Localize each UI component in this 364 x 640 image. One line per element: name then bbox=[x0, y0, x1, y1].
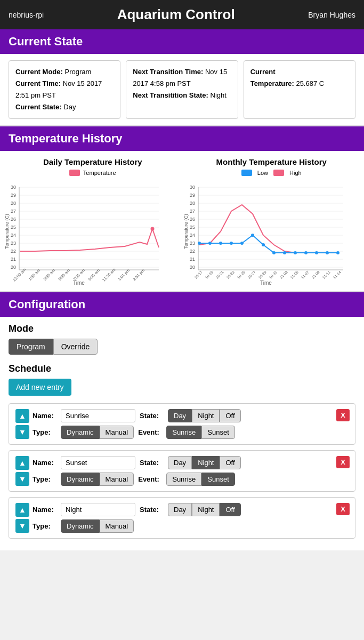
entry-1-state-night-btn[interactable]: Night bbox=[192, 456, 220, 469]
svg-text:10-29: 10-29 bbox=[257, 270, 267, 280]
svg-point-68 bbox=[272, 251, 276, 254]
entry-2-type-label: Type: bbox=[33, 522, 56, 530]
entry-0-up-btn[interactable]: ▲ bbox=[15, 409, 29, 423]
svg-text:Time: Time bbox=[73, 280, 85, 285]
temp-label: Temperature: bbox=[250, 79, 294, 87]
daily-chart-title: Daily Temperature History bbox=[4, 157, 181, 166]
svg-text:25: 25 bbox=[11, 225, 16, 230]
entry-0-state-off-btn[interactable]: Off bbox=[220, 409, 240, 422]
entry-2-state-btns: Day Night Off bbox=[168, 503, 241, 516]
entry-2-type-btns: Dynamic Manual bbox=[61, 519, 134, 533]
app-header: nebrius-rpi Aquarium Control Bryan Hughe… bbox=[0, 0, 364, 29]
state-card-mode: Current Mode: Program Current Time: Nov … bbox=[9, 60, 120, 119]
entry-1-event-sunrise-btn[interactable]: Sunrise bbox=[166, 473, 201, 486]
svg-text:11-05: 11-05 bbox=[289, 270, 299, 280]
svg-text:29: 29 bbox=[11, 193, 16, 198]
schedule-entry-0: X ▲ ▼ Name: State: Day Night Off bbox=[9, 403, 355, 445]
entry-0-type-dynamic-btn[interactable]: Dynamic bbox=[61, 426, 100, 439]
entry-1-event-label: Event: bbox=[138, 475, 162, 483]
entry-0-state-day-btn[interactable]: Day bbox=[168, 409, 192, 422]
entry-2-down-btn[interactable]: ▼ bbox=[15, 519, 29, 533]
svg-text:20: 20 bbox=[189, 265, 195, 270]
delete-entry-0-btn[interactable]: X bbox=[336, 409, 350, 421]
entry-2-type-manual-btn[interactable]: Manual bbox=[100, 519, 134, 533]
entry-0-type-manual-btn[interactable]: Manual bbox=[100, 426, 134, 439]
svg-text:10-21: 10-21 bbox=[215, 270, 224, 280]
entry-0-name-row: Name: State: Day Night Off bbox=[33, 409, 349, 422]
entry-2-type-dynamic-btn[interactable]: Dynamic bbox=[61, 519, 100, 533]
entry-1-type-dynamic-btn[interactable]: Dynamic bbox=[61, 473, 100, 486]
entry-2-name-row: Name: State: Day Night Off bbox=[33, 503, 349, 516]
entry-1-type-btns: Dynamic Manual bbox=[61, 473, 134, 486]
transition-state-value: Night bbox=[211, 91, 227, 99]
svg-point-69 bbox=[283, 251, 286, 254]
svg-text:11:36 am: 11:36 am bbox=[101, 267, 116, 282]
svg-point-61 bbox=[198, 242, 201, 245]
entry-0-event-btns: Sunrise Sunset bbox=[166, 426, 235, 439]
svg-point-72 bbox=[315, 251, 318, 254]
monthly-chart-area: 30 29 28 27 26 25 24 23 22 21 20 Tempera… bbox=[183, 178, 360, 285]
add-entry-button[interactable]: Add new entry bbox=[9, 379, 71, 396]
daily-legend-color bbox=[69, 170, 80, 176]
entry-1-type-manual-btn[interactable]: Manual bbox=[100, 473, 134, 486]
svg-text:Temperature (C): Temperature (C) bbox=[183, 214, 189, 250]
entry-1-state-off-btn[interactable]: Off bbox=[220, 456, 240, 469]
temp-history-header: Temperature History bbox=[0, 126, 364, 151]
entry-1-up-btn[interactable]: ▲ bbox=[15, 456, 29, 470]
entry-1-rows: Name: State: Day Night Off Type: Dynamic bbox=[33, 456, 349, 486]
entry-1-name-input[interactable] bbox=[61, 456, 135, 469]
entry-2-state-off-btn[interactable]: Off bbox=[220, 503, 240, 516]
username: Bryan Hughes bbox=[308, 11, 355, 19]
svg-text:10-19: 10-19 bbox=[204, 270, 214, 280]
entry-2-state-day-btn[interactable]: Day bbox=[168, 503, 192, 516]
mode-override-btn[interactable]: Override bbox=[53, 339, 98, 355]
entry-2-state-night-btn[interactable]: Night bbox=[192, 503, 220, 516]
delete-entry-1-btn[interactable]: X bbox=[336, 456, 350, 468]
entry-1-event-sunset-btn[interactable]: Sunset bbox=[201, 473, 234, 486]
svg-text:11-07: 11-07 bbox=[300, 270, 310, 280]
entry-0-name-input[interactable] bbox=[61, 409, 135, 422]
entry-2-up-btn[interactable]: ▲ bbox=[15, 503, 29, 517]
mode-btn-group: Program Override bbox=[9, 339, 355, 355]
entry-1-down-btn[interactable]: ▼ bbox=[15, 472, 29, 486]
monthly-chart-title: Monthly Temperature History bbox=[183, 157, 360, 166]
svg-text:11-14: 11-14 bbox=[332, 270, 342, 280]
svg-text:10-27: 10-27 bbox=[247, 270, 256, 280]
current-label: Current bbox=[250, 68, 276, 76]
entry-0-event-sunrise-btn[interactable]: Sunrise bbox=[166, 426, 201, 439]
temp-value: 25.687 C bbox=[296, 79, 324, 87]
current-state-header: Current State bbox=[0, 29, 364, 54]
svg-text:30: 30 bbox=[11, 185, 16, 190]
state-cards: Current Mode: Program Current Time: Nov … bbox=[0, 54, 364, 125]
entry-0-event-sunset-btn[interactable]: Sunset bbox=[201, 426, 234, 439]
mode-program-btn[interactable]: Program bbox=[9, 339, 53, 355]
svg-point-62 bbox=[208, 242, 212, 245]
svg-point-70 bbox=[294, 251, 297, 254]
entry-1-event-btns: Sunrise Sunset bbox=[166, 473, 235, 486]
delete-entry-2-btn[interactable]: X bbox=[336, 503, 350, 515]
svg-point-73 bbox=[326, 251, 329, 254]
entry-0-state-night-btn[interactable]: Night bbox=[192, 409, 220, 422]
entry-0-type-row: Type: Dynamic Manual Event: Sunrise Suns… bbox=[33, 426, 349, 439]
entry-0-type-btns: Dynamic Manual bbox=[61, 426, 134, 439]
entry-1-state-day-btn[interactable]: Day bbox=[168, 456, 192, 469]
svg-point-67 bbox=[262, 243, 265, 246]
current-state-section: Current State Current Mode: Program Curr… bbox=[0, 29, 364, 126]
svg-text:11-11: 11-11 bbox=[321, 270, 331, 280]
daily-chart-wrapper: Daily Temperature History Temperature 30… bbox=[4, 157, 181, 285]
monthly-legend-low-label: Low bbox=[257, 170, 268, 176]
svg-text:28: 28 bbox=[11, 201, 16, 206]
configuration-header: Configuration bbox=[0, 292, 364, 317]
entry-0-down-btn[interactable]: ▼ bbox=[15, 425, 29, 439]
mode-value: Program bbox=[64, 68, 91, 76]
svg-text:26: 26 bbox=[189, 217, 195, 222]
hostname: nebrius-rpi bbox=[9, 11, 44, 19]
svg-text:27: 27 bbox=[189, 209, 195, 214]
mode-title: Mode bbox=[9, 323, 355, 334]
entry-0-state-btns: Day Night Off bbox=[168, 409, 241, 422]
entry-1-arrows: ▲ ▼ bbox=[15, 456, 29, 486]
svg-text:Time: Time bbox=[260, 280, 272, 285]
entry-1-type-label: Type: bbox=[33, 475, 56, 483]
entry-2-name-input[interactable] bbox=[61, 503, 135, 516]
entry-2-rows: Name: State: Day Night Off Type: Dynamic bbox=[33, 503, 349, 533]
